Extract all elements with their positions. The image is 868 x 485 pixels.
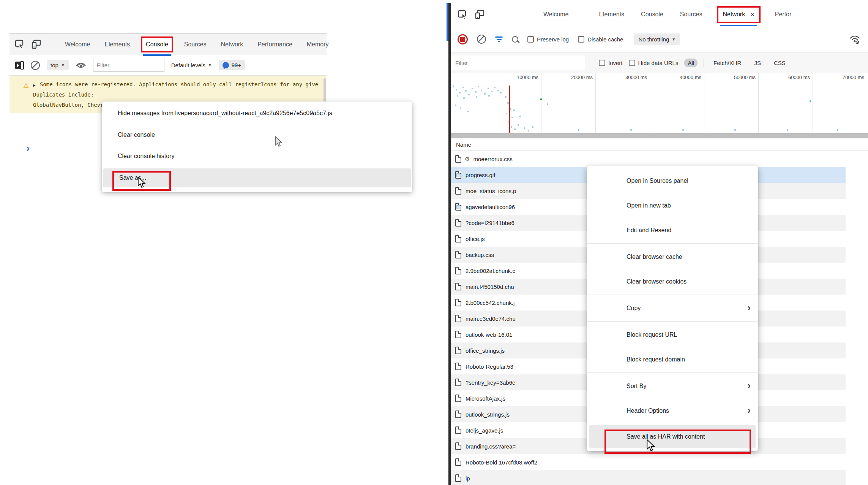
invert-checkbox-input[interactable] — [599, 60, 605, 66]
warning-line-2: Duplicates include: — [9, 90, 327, 100]
menu-item-block-request-domain[interactable]: Block request domain — [587, 347, 758, 372]
menu-item-clear-console-history[interactable]: Clear console history — [102, 146, 412, 167]
device-toolbar-icon[interactable] — [31, 39, 41, 49]
menu-item-open-in-new-tab[interactable]: Open in new tab — [587, 193, 758, 218]
chevron-down-icon: ▼ — [208, 63, 212, 67]
tab-performance[interactable]: Performance — [257, 41, 292, 48]
file-icon — [455, 458, 461, 466]
image-file-icon — [455, 171, 461, 179]
filter-pill-all[interactable]: All — [684, 59, 698, 67]
tab-console[interactable]: Console — [641, 11, 663, 18]
network-controls-bar: Preserve log Disable cache No throttling… — [451, 26, 868, 52]
preserve-log-label: Preserve log — [537, 36, 569, 43]
hide-data-urls-checkbox-input[interactable] — [629, 60, 635, 66]
file-icon — [455, 442, 461, 450]
table-row[interactable]: ⚙ moeerrorux.css — [451, 151, 846, 167]
expand-arrow-icon[interactable]: ▶ — [33, 80, 36, 90]
tab-welcome[interactable]: Welcome — [65, 41, 90, 48]
tab-elements[interactable]: Elements — [104, 41, 130, 48]
right-devtools-tabbar: Welcome Elements Console Sources Network… — [451, 3, 868, 26]
menu-item-open-in-sources[interactable]: Open in Sources panel — [587, 168, 758, 193]
menu-item-hide-messages[interactable]: Hide messages from livepersonacard_witho… — [102, 103, 412, 124]
tab-elements[interactable]: Elements — [599, 11, 624, 18]
console-prompt-chevron[interactable]: › — [26, 142, 30, 154]
preserve-log-checkbox[interactable]: Preserve log — [527, 36, 569, 43]
menu-item-header-options[interactable]: Header Options › — [587, 398, 758, 423]
search-icon[interactable] — [512, 36, 518, 43]
name-column-header[interactable]: Name — [451, 138, 868, 151]
file-icon — [455, 331, 461, 338]
context-selector[interactable]: top ▼ — [47, 60, 69, 70]
preserve-log-checkbox-input[interactable] — [527, 36, 534, 43]
horizontal-scrollbar[interactable] — [451, 133, 868, 138]
request-name: Roboto-Bold.167cfd08.woff2 — [466, 459, 537, 466]
default-levels-dropdown[interactable]: Default levels ▼ — [171, 62, 212, 68]
issues-badge[interactable]: 99+ — [219, 60, 245, 70]
device-toolbar-icon[interactable] — [475, 10, 485, 20]
gear-icon: ⚙ — [465, 155, 470, 162]
menu-separator — [587, 243, 758, 244]
table-row[interactable]: ip — [451, 470, 846, 485]
request-name: outlook-web-16.01 — [466, 331, 512, 338]
tab-sources[interactable]: Sources — [680, 11, 702, 18]
tab-welcome[interactable]: Welcome — [543, 11, 568, 18]
close-icon[interactable]: × — [750, 11, 754, 19]
request-name: backup.css — [466, 252, 494, 258]
submenu-chevron-icon: › — [747, 380, 751, 391]
menu-item-save-all-as-har[interactable]: Save all as HAR with content — [589, 425, 756, 448]
menu-item-clear-browser-cookies[interactable]: Clear browser cookies — [587, 269, 758, 294]
network-filter-input[interactable] — [451, 55, 585, 70]
issues-bubble-icon — [223, 62, 229, 68]
filter-pill-js[interactable]: JS — [751, 59, 764, 67]
console-sidebar-icon[interactable] — [15, 61, 24, 70]
clear-console-icon[interactable] — [31, 61, 40, 70]
filter-pill-fetch-xhr[interactable]: Fetch/XHR — [710, 59, 745, 67]
menu-item-edit-and-resend[interactable]: Edit and Resend — [587, 218, 758, 242]
record-network-log-icon[interactable] — [458, 34, 468, 44]
menu-item-copy[interactable]: Copy › — [587, 296, 758, 320]
request-name: office.js — [466, 236, 485, 242]
tab-console[interactable]: Console — [141, 36, 173, 52]
tab-sources[interactable]: Sources — [184, 41, 207, 48]
tab-network[interactable]: Network × — [717, 6, 761, 23]
tab-network[interactable]: Network — [221, 41, 243, 48]
image-file-icon — [455, 203, 461, 211]
devtools-dock-border — [448, 3, 451, 485]
filter-pill-css[interactable]: CSS — [770, 59, 789, 67]
table-row[interactable]: Roboto-Bold.167cfd08.woff2 — [451, 454, 846, 470]
request-name: progress.gif — [466, 172, 495, 178]
menu-item-header-options-label: Header Options — [627, 407, 669, 414]
clear-network-log-icon[interactable] — [477, 35, 486, 44]
console-filter-input[interactable] — [93, 59, 164, 72]
live-expression-eye-icon[interactable] — [76, 62, 86, 69]
invert-label: Invert — [608, 60, 623, 66]
scrollbar-thumb[interactable] — [324, 78, 326, 103]
network-conditions-icon[interactable] — [849, 35, 860, 44]
hide-data-urls-checkbox[interactable]: Hide data URLs — [629, 60, 679, 66]
tab-memory[interactable]: Memory — [307, 41, 329, 48]
menu-item-sort-by[interactable]: Sort By › — [587, 374, 758, 398]
mouse-cursor — [645, 439, 657, 452]
disable-cache-label: Disable cache — [587, 36, 623, 43]
file-icon — [455, 474, 461, 482]
inspect-icon[interactable] — [15, 39, 25, 49]
menu-item-copy-label: Copy — [627, 305, 641, 312]
throttling-dropdown[interactable]: No throttling ▼ — [634, 33, 680, 45]
menu-item-clear-browser-cache[interactable]: Clear browser cache — [587, 244, 758, 269]
right-toolbar-icons — [458, 10, 485, 20]
disable-cache-checkbox[interactable]: Disable cache — [578, 36, 623, 43]
network-filter-bar: Invert Hide data URLs All Fetch/XHR JS C… — [451, 52, 868, 73]
menu-item-clear-console[interactable]: Clear console — [102, 124, 412, 146]
menu-item-block-request-url[interactable]: Block request URL — [587, 322, 758, 347]
network-overview-timeline[interactable]: 10000 ms 20000 ms 30000 ms 40000 ms 5000… — [451, 73, 868, 133]
filter-icon[interactable] — [495, 36, 503, 42]
left-toolbar-icons — [15, 39, 41, 49]
mouse-cursor — [137, 176, 147, 189]
invert-checkbox[interactable]: Invert — [599, 60, 623, 66]
disable-cache-checkbox-input[interactable] — [578, 36, 584, 43]
tab-performance[interactable]: Perfor — [775, 11, 792, 18]
inspect-icon[interactable] — [458, 10, 468, 20]
network-context-menu: Open in Sources panel Open in new tab Ed… — [587, 166, 758, 451]
menu-item-save-as[interactable]: Save as... — [103, 168, 411, 187]
file-icon — [455, 283, 461, 290]
